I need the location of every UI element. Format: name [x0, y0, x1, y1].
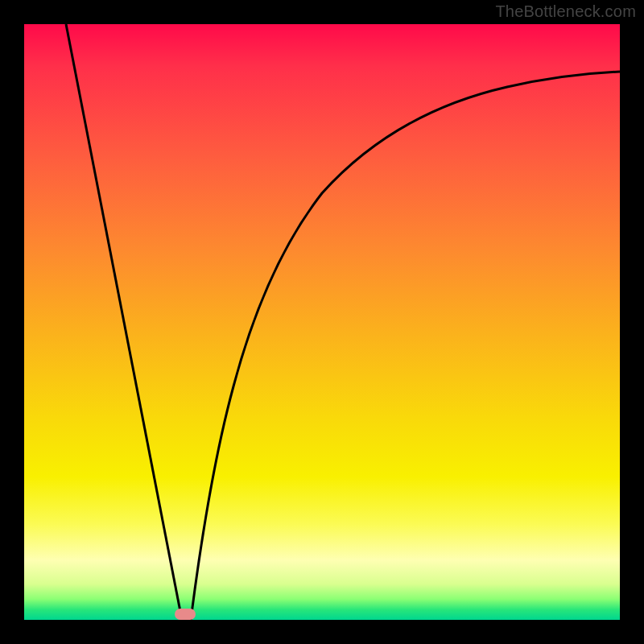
chart-frame: TheBottleneck.com [0, 0, 644, 644]
curve-right [191, 72, 620, 620]
plot-area [24, 24, 620, 620]
watermark-text: TheBottleneck.com [495, 2, 636, 21]
curve-left [66, 24, 182, 620]
bottleneck-curve [24, 24, 620, 620]
optimum-marker [175, 609, 196, 620]
